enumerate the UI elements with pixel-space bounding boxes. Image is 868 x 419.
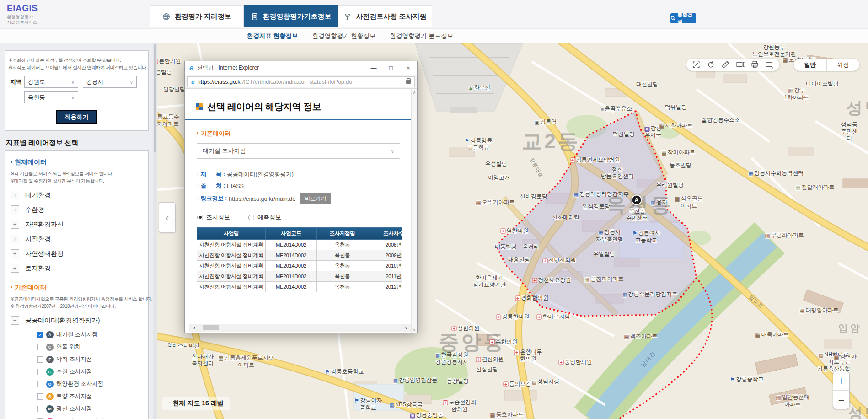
basemap-satellite-button[interactable]: 위성 [827, 59, 859, 71]
internet-explorer-icon: e [191, 78, 195, 86]
layer-category-label: 자연생태환경 [25, 250, 64, 258]
tab-eia-basic-info[interactable]: 환경영향평가기초정보 [244, 5, 338, 27]
layer-select[interactable]: 대기질 조사지점 ∨ [197, 143, 400, 159]
expand-plus-icon[interactable]: + [11, 264, 19, 273]
chevron-down-icon: ∨ [130, 80, 133, 85]
panel-note: ※각 기관별로 서비스 되는 API 정보를 서비스 합니다. [11, 170, 143, 177]
province-select[interactable]: 강원도 ∨ [24, 76, 78, 88]
layer-category[interactable]: +지질환경 [11, 235, 143, 243]
layer-row[interactable]: C연돌 위치 [37, 343, 143, 351]
go-link-button[interactable]: 바로가기 [300, 193, 331, 204]
expand-plus-icon[interactable]: + [11, 249, 19, 258]
layer-label: 소음진동 조사지점 [56, 417, 103, 419]
layer-checkbox[interactable] [37, 406, 43, 412]
layer-row[interactable]: F악취 조사지점 [37, 355, 143, 363]
zoom-in-button[interactable]: + [833, 371, 849, 390]
subnav-env-indicator-status[interactable]: 환경지표 현황정보 [247, 32, 298, 40]
layer-row[interactable]: G수질 조사지점 [37, 368, 143, 376]
layer-letter-icon: M [46, 405, 54, 413]
subnav-eia-distribution[interactable]: 환경영향평가 분포정보 [390, 32, 454, 40]
zoom-out-button[interactable]: − [833, 390, 849, 409]
city-select[interactable]: 강릉시 ∨ [83, 76, 137, 88]
layer-row[interactable]: O해양환경 조사지점 [37, 380, 143, 388]
layer-row[interactable]: N소음진동 조사지점 [37, 417, 143, 419]
table-row[interactable]: 사천진항 어항시설 정비계획ME2014D002옥천동2010년 [197, 261, 402, 271]
radio-survey-info[interactable] [197, 215, 203, 220]
expand-plus-icon[interactable]: + [11, 220, 19, 229]
tab-pre-review-support[interactable]: 사전검토사항 조사지원 [338, 5, 432, 27]
collapse-minus-icon[interactable]: − [11, 316, 19, 325]
measure-area-icon[interactable] [736, 60, 745, 69]
table-row[interactable]: 사천진항 어항시설 정비계획ME2014D002옥천동2009년 [197, 250, 402, 261]
divider [383, 33, 383, 39]
selected-survey-point-marker[interactable]: A [632, 195, 642, 205]
url-field[interactable]: e https://eiass.go.kr/ICT/enIndicator/in… [187, 76, 415, 87]
selected-region-polygon [496, 111, 697, 316]
layer-group-public-data[interactable]: − 공공데이터(환경영향평가) [11, 316, 143, 325]
layer-category[interactable]: +자연생태환경 [11, 249, 143, 258]
layer-category[interactable]: +대기환경 [11, 191, 143, 199]
district-select[interactable]: 옥천동 ∨ [24, 91, 78, 103]
apply-button[interactable]: 적용하기 [56, 110, 97, 124]
layer-checkbox[interactable] [37, 369, 43, 375]
layer-row[interactable]: M광산 조사지점 [37, 405, 143, 413]
print-icon[interactable] [750, 60, 759, 69]
popup-titlebar[interactable]: e 선택됨 - Internet Explorer — □ × [185, 61, 417, 75]
layer-category[interactable]: +수환경 [11, 205, 143, 214]
table-row[interactable]: 사천진항 어항시설 정비계획ME2014D002옥천동2012년 [197, 282, 402, 292]
table-cell: ME2014D002 [266, 240, 317, 250]
sub-navigation: 환경지표 현황정보 환경영향평가 현황정보 환경영향평가 분포정보 [0, 28, 868, 43]
ie-popup-window: e 선택됨 - Internet Explorer — □ × e https:… [184, 61, 418, 333]
refresh-icon[interactable] [707, 60, 715, 69]
chevron-down-icon: ∨ [71, 95, 75, 100]
expand-plus-icon[interactable]: + [11, 191, 19, 199]
layer-letter-icon: N [46, 418, 54, 419]
layer-checkbox[interactable] [37, 356, 43, 363]
global-search-button[interactable]: 통합검색 [670, 13, 696, 23]
tab-geo-info[interactable]: 환경평가 지리정보 [150, 5, 244, 27]
layer-category-label: 대기환경 [25, 191, 51, 199]
close-button[interactable]: × [400, 61, 417, 75]
table-row[interactable]: 사천진항 어항시설 정비계획ME2014D002옥천동2008년 [197, 240, 402, 250]
layer-row[interactable]: S토양 조사지점 [37, 392, 143, 400]
layer-checkbox[interactable] [37, 344, 43, 350]
divider [305, 33, 305, 39]
radio-forecast-info[interactable] [248, 215, 254, 220]
tab-label: 환경평가 지리정보 [175, 12, 231, 21]
subnav-eia-status[interactable]: 환경영향평가 현황정보 [312, 32, 376, 40]
table-row[interactable]: 사천진항 어항시설 정비계획ME2014D002옥천동2011년 [197, 271, 402, 282]
table-cell: 2012년 [368, 282, 402, 292]
vertical-scrollbar[interactable]: ∧ ∨ [411, 89, 417, 333]
sidebar-collapse-button[interactable]: ‹ [159, 202, 176, 233]
scroll-up-icon[interactable]: ∧ [413, 90, 416, 95]
scrollbar-thumb[interactable] [203, 325, 219, 330]
layer-category[interactable]: +자연환경자산 [11, 220, 143, 229]
layer-checkbox[interactable] [37, 381, 43, 387]
fullscreen-icon[interactable] [692, 60, 701, 69]
layer-checkbox[interactable]: ✓ [37, 332, 43, 338]
layer-category-label: 자연환경자산 [25, 220, 64, 229]
url-path: /ICT/enIndicator/indicator_statusInfoPop… [242, 79, 352, 85]
basemap-normal-button[interactable]: 일반 [794, 59, 827, 71]
map-zoom-control: + − [833, 371, 850, 409]
search-button-label: 통합검색 [677, 11, 696, 25]
layer-checkbox[interactable] [37, 393, 43, 400]
expand-plus-icon[interactable]: + [11, 205, 19, 214]
panel-note: ※조회하고자 하는 지적도를 검색하여 조회할 수 있습니다. [9, 57, 145, 64]
layer-row[interactable]: ✓A대기질 조사지점 [37, 331, 143, 338]
minimize-button[interactable]: — [365, 61, 382, 75]
table-cell: 2010년 [368, 261, 402, 271]
horizontal-scrollbar[interactable]: ‹ › [189, 324, 411, 332]
table-cell: ME2014D002 [266, 282, 317, 292]
layer-category[interactable]: +토지환경 [11, 264, 143, 273]
scrollbar-thumb[interactable] [154, 44, 156, 152]
sidebar-scrollbar[interactable] [153, 43, 157, 419]
expand-plus-icon[interactable]: + [11, 235, 19, 243]
scroll-right-icon[interactable]: › [401, 324, 411, 331]
maximize-button[interactable]: □ [382, 61, 400, 75]
scroll-left-icon[interactable]: ‹ [189, 324, 199, 331]
measure-distance-icon[interactable] [721, 60, 730, 69]
table-cell: 2008년 [368, 240, 402, 250]
scroll-down-icon[interactable]: ∨ [413, 328, 416, 332]
capture-icon[interactable] [765, 60, 774, 69]
